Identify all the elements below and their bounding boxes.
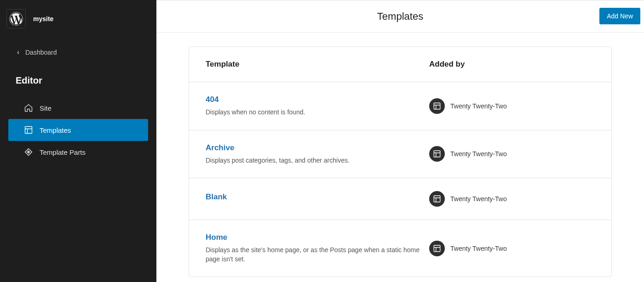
column-header-template: Template bbox=[206, 60, 429, 69]
template-name-link[interactable]: Home bbox=[206, 233, 429, 242]
template-description: Displays when no content is found. bbox=[206, 108, 429, 117]
theme-name: Twenty Twenty-Two bbox=[450, 150, 507, 158]
symbol-icon bbox=[24, 147, 33, 157]
svg-rect-1 bbox=[25, 127, 32, 134]
svg-rect-4 bbox=[434, 196, 440, 202]
table-row: ArchiveDisplays post categories, tags, a… bbox=[189, 130, 611, 179]
theme-name: Twenty Twenty-Two bbox=[450, 245, 507, 252]
template-name-link[interactable]: Archive bbox=[206, 143, 429, 152]
add-new-button[interactable]: Add New bbox=[599, 8, 640, 24]
column-header-addedby: Added by bbox=[429, 60, 595, 69]
chevron-left-icon bbox=[16, 50, 21, 55]
added-by-cell: Twenty Twenty-Two bbox=[429, 146, 595, 162]
added-by-cell: Twenty Twenty-Two bbox=[429, 98, 595, 114]
table-row: HomeDisplays as the site's home page, or… bbox=[189, 220, 611, 276]
theme-layout-icon bbox=[429, 98, 445, 114]
sidebar-header: mysite bbox=[0, 5, 156, 38]
theme-layout-icon bbox=[429, 191, 445, 207]
svg-rect-5 bbox=[434, 245, 440, 252]
site-name: mysite bbox=[33, 15, 53, 23]
sidebar: mysite Dashboard Editor Site Templates bbox=[0, 0, 156, 282]
sidebar-item-site[interactable]: Site bbox=[8, 97, 148, 119]
page-title: Templates bbox=[377, 11, 423, 23]
theme-layout-icon bbox=[429, 146, 445, 162]
dashboard-back-link[interactable]: Dashboard bbox=[0, 38, 156, 67]
added-by-cell: Twenty Twenty-Two bbox=[429, 241, 595, 256]
main-content: Templates Add New Template Added by 404D… bbox=[156, 0, 644, 282]
layout-icon bbox=[24, 125, 33, 135]
home-icon bbox=[24, 103, 33, 113]
svg-rect-2 bbox=[434, 103, 440, 109]
sidebar-item-template-parts[interactable]: Template Parts bbox=[8, 141, 148, 163]
template-cell: ArchiveDisplays post categories, tags, a… bbox=[206, 143, 429, 165]
template-cell: HomeDisplays as the site's home page, or… bbox=[206, 233, 429, 264]
template-name-link[interactable]: 404 bbox=[206, 95, 429, 104]
topbar: Templates Add New bbox=[156, 0, 644, 33]
sidebar-item-templates[interactable]: Templates bbox=[8, 119, 148, 141]
table-body: 404Displays when no content is found.Twe… bbox=[189, 82, 611, 276]
template-cell: 404Displays when no content is found. bbox=[206, 95, 429, 117]
svg-rect-3 bbox=[434, 151, 440, 158]
sidebar-item-label: Templates bbox=[40, 126, 71, 134]
theme-name: Twenty Twenty-Two bbox=[450, 102, 507, 110]
theme-layout-icon bbox=[429, 241, 445, 256]
templates-table: Template Added by 404Displays when no co… bbox=[189, 46, 612, 277]
table-row: BlankTwenty Twenty-Two bbox=[189, 178, 611, 220]
template-name-link[interactable]: Blank bbox=[206, 192, 429, 202]
template-description: Displays as the site's home page, or as … bbox=[206, 246, 429, 264]
content-area: Template Added by 404Displays when no co… bbox=[156, 33, 644, 282]
theme-name: Twenty Twenty-Two bbox=[450, 195, 507, 203]
table-header: Template Added by bbox=[189, 47, 611, 82]
added-by-cell: Twenty Twenty-Two bbox=[429, 191, 595, 207]
dashboard-back-label: Dashboard bbox=[25, 49, 57, 56]
wordpress-logo[interactable] bbox=[6, 9, 26, 28]
editor-section-title: Editor bbox=[0, 67, 156, 97]
template-cell: Blank bbox=[206, 192, 429, 205]
template-description: Displays post categories, tags, and othe… bbox=[206, 156, 429, 165]
sidebar-item-label: Template Parts bbox=[40, 148, 86, 156]
sidebar-item-label: Site bbox=[40, 104, 52, 112]
table-row: 404Displays when no content is found.Twe… bbox=[189, 82, 611, 130]
